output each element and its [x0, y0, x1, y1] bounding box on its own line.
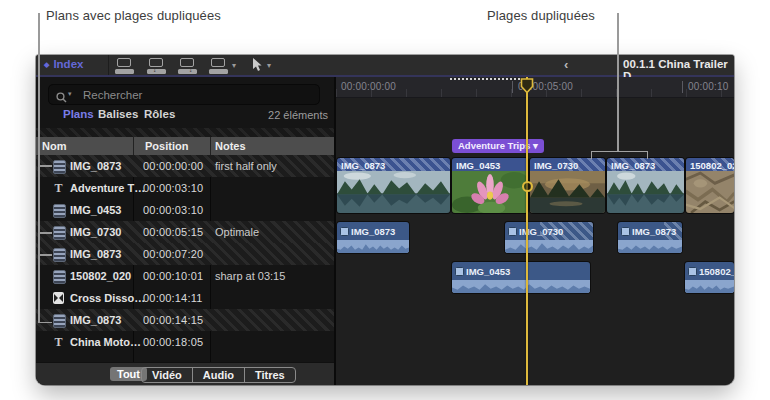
timeline-ruler[interactable]: 00:00:00:00 00:00:05:00 00:00:10 [336, 77, 734, 98]
audio-clip-bar: IMG_0730 [505, 222, 593, 240]
timeline-clip[interactable]: IMG_0873 [337, 158, 450, 213]
row-position: 00:00:14:15 [143, 314, 203, 326]
table-row[interactable]: T Adventure T… 00:00:03:10 [36, 177, 334, 199]
overwrite-clip-icon[interactable] [208, 58, 228, 73]
ruler-major-tick [682, 81, 683, 93]
filter-button-titres[interactable]: Titres [244, 368, 295, 382]
fcp-window: ◆Index ↓ ↓ ▾ ▾ ‹ 00.1.1 China Trailer D … [36, 55, 734, 385]
table-row[interactable]: IMG_0730 00:00:05:15 Optimale [36, 221, 334, 243]
items-count: 22 éléments [268, 109, 328, 121]
audio-clip-icon [340, 227, 349, 236]
clip-label: IMG_0873 [351, 226, 395, 237]
audio-waveform [505, 240, 593, 253]
insert-clip-icon[interactable]: ↓ [146, 58, 166, 73]
ruler-major-tick [512, 81, 513, 93]
filter-button-audio[interactable]: Audio [192, 368, 244, 382]
row-notes[interactable]: sharp at 03:15 [215, 270, 285, 282]
column-header-notes[interactable]: Notes [215, 140, 246, 152]
callout-right-line [617, 13, 619, 152]
audio-clip[interactable]: IMG_0873 [337, 222, 409, 253]
callout-left-line [38, 13, 40, 323]
callout-connector [38, 322, 52, 324]
audio-clip[interactable]: IMG_0730 [505, 222, 593, 253]
filter-segmented-group: Vidéo Audio Titres [141, 367, 296, 383]
filter-button-video[interactable]: Vidéo [142, 368, 192, 382]
search-icon [56, 89, 67, 107]
audio-clip-icon [455, 267, 464, 276]
timeline-clip[interactable]: IMG_0730 [530, 158, 605, 213]
table-row[interactable]: IMG_0453 00:00:03:10 [36, 199, 334, 221]
timeline-clip[interactable]: 150802_02 [686, 158, 734, 213]
clip-film-icon [53, 248, 66, 262]
append-clip-icon[interactable]: ↓ [177, 58, 197, 73]
toolbar: ◆Index ↓ ↓ ▾ ▾ ‹ 00.1.1 China Trailer D [36, 55, 734, 77]
duplicate-hatch [607, 158, 684, 171]
row-name: IMG_0873 [70, 248, 121, 260]
row-name: IMG_0873 [70, 314, 121, 326]
connect-clip-icon[interactable] [114, 58, 134, 73]
row-position: 00:00:10:01 [143, 270, 203, 282]
audio-clip-bar: IMG_0873 [618, 222, 682, 240]
duplicate-hatch-strip [36, 128, 334, 137]
index-diamond-icon: ◆ [44, 61, 49, 68]
audio-clip[interactable]: 150802_ [685, 262, 734, 293]
playhead-marker-icon[interactable] [520, 78, 534, 98]
clip-film-icon [53, 226, 66, 240]
column-header-position[interactable]: Position [145, 140, 188, 152]
table-row[interactable]: 150802_020 00:00:10:01 sharp at 03:15 [36, 265, 334, 287]
filter-bar: Tout Vidéo Audio Titres [36, 362, 334, 385]
row-position: 00:00:18:05 [143, 336, 203, 348]
row-name: Cross Disso… [70, 292, 145, 304]
table-row[interactable]: IMG_0873 00:00:14:15 [36, 309, 334, 331]
duplicate-range-bracket [591, 151, 648, 159]
table-row[interactable]: IMG_0873 00:00:07:20 [36, 243, 334, 265]
row-position: 00:00:05:15 [143, 226, 203, 238]
pointer-tool-icon[interactable] [252, 58, 263, 76]
dotted-range-indicator [450, 78, 520, 80]
timeline-clip[interactable]: IMG_0873 [607, 158, 684, 213]
table-row[interactable]: T China Moto… 00:00:18:05 [36, 331, 334, 353]
chevron-down-icon[interactable]: ▾ [267, 61, 271, 70]
timeline-panel: 00:00:00:00 00:00:05:00 00:00:10 Adventu… [336, 77, 734, 385]
row-name: China Moto… [70, 336, 141, 348]
table-row[interactable]: Cross Disso… 00:00:14:11 [36, 287, 334, 309]
duplicate-hatch [564, 158, 605, 171]
search-input[interactable] [81, 86, 315, 103]
ruler-timecode: 00:00:00:00 [341, 81, 396, 92]
row-notes[interactable]: Optimale [215, 226, 259, 238]
playhead-dot [522, 181, 533, 192]
clip-thumbnail [530, 171, 605, 213]
search-field[interactable]: ▾ [48, 84, 320, 105]
table-row[interactable]: IMG_0873 00:00:00:00 first half only [36, 155, 334, 177]
row-name: IMG_0873 [70, 160, 121, 172]
playhead[interactable] [526, 77, 528, 385]
audio-waveform [685, 280, 734, 293]
timeline-clip[interactable]: IMG_0453 [452, 158, 528, 213]
keyword-badge[interactable]: Adventure Trips ▾ [452, 139, 544, 153]
callout-left-label: Plans avec plages dupliquées [46, 8, 221, 23]
row-name: 150802_020 [70, 270, 131, 282]
clip-film-icon [53, 314, 66, 328]
clip-label: 150802_ [699, 266, 734, 277]
row-name: IMG_0730 [70, 226, 121, 238]
audio-waveform [337, 240, 409, 253]
audio-clip-bar: 150802_ [685, 262, 734, 280]
row-position: 00:00:00:00 [143, 160, 203, 172]
column-header-name[interactable]: Nom [42, 140, 66, 152]
screenshot-stage: Plans avec plages dupliquées Plages dupl… [0, 0, 770, 400]
back-chevron-icon[interactable]: ‹ [564, 57, 568, 72]
callout-right-label: Plages dupliquées [487, 8, 595, 23]
row-position: 00:00:03:10 [143, 204, 203, 216]
tab-roles[interactable]: Rôles [144, 108, 175, 120]
table-header: Nom Position Notes [36, 137, 334, 156]
tab-plans[interactable]: Plans [63, 108, 94, 120]
chevron-down-icon[interactable]: ▾ [68, 90, 72, 98]
audio-clip-bar: IMG_0873 [337, 222, 409, 240]
audio-clip[interactable]: IMG_0453 [452, 262, 590, 293]
row-notes[interactable]: first half only [215, 160, 277, 172]
audio-clip[interactable]: IMG_0873 [618, 222, 682, 253]
tab-balises[interactable]: Balises [98, 108, 138, 120]
index-button[interactable]: ◆Index [44, 58, 83, 70]
chevron-down-icon[interactable]: ▾ [232, 61, 236, 70]
audio-clip-icon [508, 227, 517, 236]
